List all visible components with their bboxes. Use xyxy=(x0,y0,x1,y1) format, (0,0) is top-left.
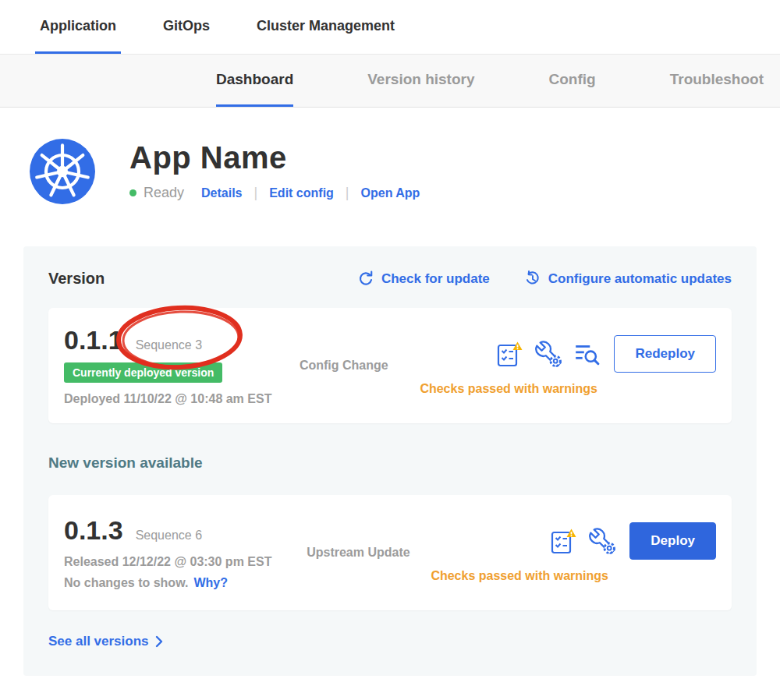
tab-dashboard[interactable]: Dashboard xyxy=(216,55,293,107)
see-all-versions-label: See all versions xyxy=(48,634,149,649)
kubernetes-logo-icon xyxy=(30,139,95,204)
current-change-type-label: Config Change xyxy=(300,359,420,373)
page: Application GitOps Cluster Management Da… xyxy=(0,0,780,700)
new-version-heading: New version available xyxy=(48,454,732,472)
edit-config-link[interactable]: Edit config xyxy=(269,186,334,200)
current-version-sequence: Sequence 3 xyxy=(136,338,202,352)
view-diff-icon[interactable] xyxy=(573,341,600,367)
check-for-update-link[interactable]: Check for update xyxy=(357,270,490,288)
available-version-actions: Deploy Checks passed with warnings xyxy=(431,522,716,583)
tab-config[interactable]: Config xyxy=(549,55,596,107)
details-link[interactable]: Details xyxy=(201,186,242,200)
tab-version-history[interactable]: Version history xyxy=(367,55,474,107)
available-version-card: 0.1.3 Sequence 6 Released 12/12/22 @ 03:… xyxy=(48,495,732,610)
version-section-title: Version xyxy=(48,270,105,288)
currently-deployed-badge: Currently deployed version xyxy=(64,362,222,383)
no-changes-text: No changes to show. xyxy=(64,576,188,590)
preflight-checks-warning-icon[interactable] xyxy=(549,527,577,555)
current-version-row: 0.1.1 Sequence 3 xyxy=(64,325,300,355)
why-link[interactable]: Why? xyxy=(193,576,228,590)
redeploy-button[interactable]: Redeploy xyxy=(614,335,716,373)
link-divider: | xyxy=(254,185,258,201)
version-actions: Check for update Configure automatic upd… xyxy=(357,270,732,288)
current-actions-row: Redeploy xyxy=(420,335,716,373)
available-version-sequence: Sequence 6 xyxy=(136,529,202,543)
available-checks-status: Checks passed with warnings xyxy=(431,569,608,583)
current-checks-status: Checks passed with warnings xyxy=(420,382,597,396)
nav-item-cluster-management[interactable]: Cluster Management xyxy=(252,0,399,54)
see-all-versions-link[interactable]: See all versions xyxy=(48,634,163,649)
available-version-number: 0.1.3 xyxy=(64,515,123,546)
primary-nav: Application GitOps Cluster Management xyxy=(0,0,780,55)
current-version-card: 0.1.1 Sequence 3 Currently deployed vers… xyxy=(48,308,732,423)
tab-troubleshoot[interactable]: Troubleshoot xyxy=(670,55,764,107)
deploy-button[interactable]: Deploy xyxy=(629,522,716,560)
app-title: App Name xyxy=(129,140,420,175)
configure-automatic-updates-link[interactable]: Configure automatic updates xyxy=(524,270,732,288)
link-divider: | xyxy=(346,185,349,201)
version-section-header: Version Check for update xyxy=(48,270,732,288)
deployed-date: Deployed 11/10/22 @ 10:48 am EST xyxy=(64,392,300,406)
available-change-type-label: Upstream Update xyxy=(307,546,431,560)
available-status-icons xyxy=(549,527,615,555)
app-header-text: App Name Ready Details | Edit config | O… xyxy=(129,139,420,201)
nav-item-application[interactable]: Application xyxy=(35,0,121,54)
chevron-right-icon xyxy=(155,635,163,648)
app-tabs: Dashboard Version history Config Trouble… xyxy=(0,55,780,108)
current-status-icons xyxy=(495,340,600,368)
current-version-info: 0.1.1 Sequence 3 Currently deployed vers… xyxy=(64,325,300,406)
current-version-actions: Redeploy Checks passed with warnings xyxy=(420,335,716,396)
preflight-checks-warning-icon[interactable] xyxy=(495,340,523,368)
nav-item-gitops[interactable]: GitOps xyxy=(158,0,214,54)
refresh-icon xyxy=(357,270,374,288)
status-row: Ready Details | Edit config | Open App xyxy=(129,185,420,201)
current-version-number: 0.1.1 xyxy=(64,325,123,355)
available-actions-row: Deploy xyxy=(431,522,716,560)
available-version-row: 0.1.3 Sequence 6 xyxy=(64,515,307,546)
status-dot-icon xyxy=(129,189,136,196)
check-for-update-label: Check for update xyxy=(381,271,490,287)
released-date: Released 12/12/22 @ 03:30 pm EST xyxy=(64,555,307,569)
app-header: App Name Ready Details | Edit config | O… xyxy=(30,139,780,204)
available-version-info: 0.1.3 Sequence 6 Released 12/12/22 @ 03:… xyxy=(64,515,307,590)
configure-automatic-updates-label: Configure automatic updates xyxy=(548,271,732,287)
version-section: Version Check for update xyxy=(23,246,757,676)
app-status: Ready xyxy=(144,185,184,201)
config-wrench-gear-icon[interactable] xyxy=(589,528,615,554)
no-changes-row: No changes to show. Why? xyxy=(64,576,307,590)
config-wrench-gear-icon[interactable] xyxy=(535,341,562,367)
auto-update-clock-icon xyxy=(524,270,541,288)
open-app-link[interactable]: Open App xyxy=(361,186,420,200)
